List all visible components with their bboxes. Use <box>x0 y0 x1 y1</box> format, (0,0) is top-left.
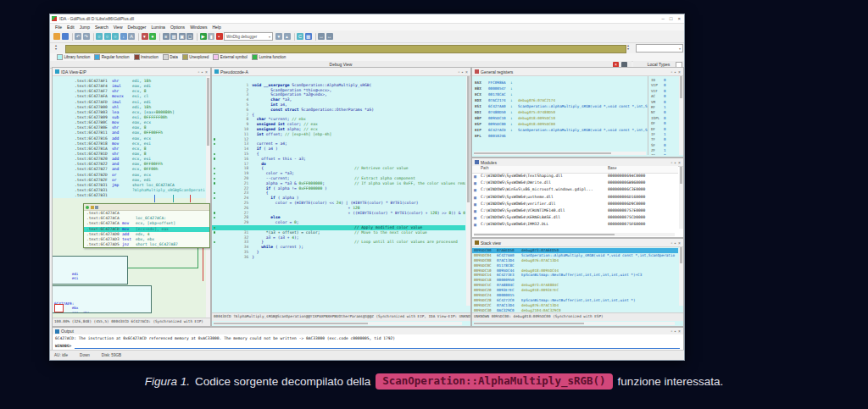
graph-node-current[interactable] <box>54 304 64 312</box>
breakpoint-dot[interactable] <box>214 217 216 219</box>
minimize-button[interactable]: – <box>662 15 665 23</box>
toolbar-icon[interactable] <box>197 33 198 41</box>
follow-arrow-icon[interactable] <box>510 133 518 139</box>
modules-horizontal-scrollbar[interactable] <box>474 233 675 236</box>
toolbar-icon[interactable]: ↶ <box>75 33 81 40</box>
toolbar-icon[interactable]: ▪ <box>216 33 223 40</box>
module-row[interactable]: ▦C:\WINDOWS\SysWOW64\DWrite.dll000000006… <box>472 180 678 186</box>
breakpoint-dot[interactable] <box>214 158 216 160</box>
pin-icon[interactable]: ▪ <box>675 240 676 246</box>
close-icon[interactable]: × <box>205 69 208 75</box>
flag-row[interactable]: AF0 <box>651 153 678 155</box>
toolbar-icon[interactable]: ≡ <box>163 33 170 40</box>
module-row[interactable]: ▦C:\WINDOWS\SysWOW64\TextShaping.dll0000… <box>472 173 678 180</box>
close-icon[interactable]: × <box>678 329 681 334</box>
breakpoint-dot[interactable] <box>214 168 216 170</box>
toolbar-icon[interactable]: ↔ <box>326 33 333 40</box>
pseudocode-listing[interactable]: 1void __userpurge ScanOperation::AlphaMu… <box>212 75 465 307</box>
toolbar-icon[interactable]: ▾ <box>142 33 148 40</box>
register-row[interactable]: EAXFFC0986A↓ <box>472 80 649 86</box>
pin-icon[interactable]: ▪ <box>675 160 676 165</box>
command-input[interactable] <box>75 343 680 349</box>
breakpoint-dot[interactable] <box>214 212 216 214</box>
follow-arrow-icon[interactable]: ↓ <box>510 91 518 97</box>
toolbar-icon[interactable] <box>294 33 295 41</box>
graph-node[interactable]: 6C427AE9: ebx esp, ebp ebp <box>52 285 152 313</box>
breakpoint-dot[interactable] <box>214 178 216 180</box>
toolbar-icon[interactable]: ↷ <box>83 33 90 40</box>
follow-arrow-icon[interactable]: ↓ <box>510 115 518 121</box>
pin-icon[interactable]: ▪ <box>202 69 203 75</box>
restore-icon[interactable]: ▫ <box>671 240 673 246</box>
follow-arrow-icon[interactable]: ↓ <box>510 127 518 133</box>
module-row[interactable]: ▦C:\WINDOWS\SysWOW64\verifier.dll0000000… <box>472 201 678 207</box>
toolbar-icon[interactable]: ○ <box>112 33 119 40</box>
toolbar-icon[interactable]: ▴ <box>284 33 291 40</box>
toolbar-icon[interactable] <box>159 33 160 41</box>
debugger-selector[interactable]: WinDbg debugger ▾ <box>224 32 273 41</box>
restore-icon[interactable]: ▫ <box>671 329 673 334</box>
breakpoint-dot[interactable] <box>214 241 216 244</box>
register-row[interactable]: EDI07480D50↓debug075:07480D50 <box>472 109 649 115</box>
breakpoint-dot[interactable] <box>214 231 216 234</box>
pin-icon[interactable]: ▪ <box>675 69 676 75</box>
registers-vertical-scrollbar[interactable] <box>679 76 683 155</box>
menu-item[interactable]: Windows <box>187 25 209 30</box>
toolbar-icon[interactable]: C <box>297 33 303 40</box>
menu-item[interactable]: Debugger <box>125 25 149 30</box>
register-row[interactable]: EBX00000547↓ <box>472 86 649 91</box>
stack-list[interactable]: 0095DC0007A6ED50debug073:07A6ED50 0095DC… <box>472 246 678 312</box>
menu-item[interactable]: Lumina <box>148 25 167 30</box>
registers-list[interactable]: EAXFFC0986A↓ EBX00000547↓ ECX00178CAC↓ E… <box>472 75 649 150</box>
breakpoint-dot[interactable] <box>214 173 216 175</box>
pseudocode-line[interactable]: 36} <box>212 250 465 255</box>
toolbar-icon[interactable] <box>93 33 94 41</box>
breakpoint-dot[interactable] <box>214 182 216 185</box>
modules-list[interactable]: ▦C:\WINDOWS\SysWOW64\TextShaping.dll0000… <box>472 173 678 230</box>
disasm-line[interactable]: .text:6C427B31 <box>53 193 205 198</box>
module-row[interactable]: ▦C:\WINDOWS\SysWOW64\IMM32.DLL0000000075… <box>472 221 678 228</box>
restore-icon[interactable]: ▫ <box>671 69 673 75</box>
follow-arrow-icon[interactable]: ↓ <box>510 80 518 86</box>
toolbar-icon[interactable]: ● <box>149 33 156 40</box>
registers-horizontal-scrollbar[interactable] <box>474 152 646 155</box>
follow-arrow-icon[interactable]: ↓ <box>510 86 518 91</box>
follow-arrow-icon[interactable]: ↓ <box>510 103 518 109</box>
register-row[interactable]: EIP6C427ACD↓ScanOperation::AlphaMultiply… <box>472 127 649 133</box>
module-row[interactable]: ▦C:\WINDOWS\WinSxS\x86_microsoft.windows… <box>472 186 678 193</box>
restore-icon[interactable]: ▫ <box>459 69 460 75</box>
column-base[interactable]: Base <box>608 166 616 173</box>
modules-vertical-scrollbar[interactable] <box>679 167 683 229</box>
breakpoint-dot[interactable] <box>214 227 216 229</box>
register-row[interactable]: EFL00010246 <box>472 133 649 139</box>
toolbar-icon[interactable] <box>315 33 316 41</box>
register-row[interactable]: ESP0095DC00↓debug018:0095DC00 <box>472 121 649 127</box>
follow-arrow-icon[interactable]: ↓ <box>510 109 518 115</box>
toolbar-icon[interactable] <box>138 33 139 41</box>
close-icon[interactable]: × <box>465 69 468 75</box>
register-row[interactable]: ESI6C427AA0↓ScanOperation::AlphaMultiply… <box>472 103 649 109</box>
pseudocode-horizontal-scrollbar[interactable] <box>214 322 462 325</box>
toolbar-icon[interactable]: ▮ <box>208 33 214 40</box>
register-row[interactable]: EDX07AC2174↓debug076:07AC2174 <box>472 97 649 103</box>
close-icon[interactable]: × <box>678 160 681 165</box>
navigator-arrows[interactable]: ▴▾ <box>55 44 57 51</box>
toolbar-icon[interactable]: ▦ <box>305 33 312 40</box>
follow-arrow-icon[interactable]: ↓ <box>510 97 518 103</box>
navigator-scroll-arrows[interactable]: ▴▾ <box>627 44 629 51</box>
toolbar-icon[interactable] <box>53 33 60 40</box>
module-row[interactable]: ▦C:\WINDOWS\SysWOW64\uxtheme.dll00000000… <box>472 194 678 201</box>
toolbar-icon[interactable]: ▾ <box>275 33 282 40</box>
toolbar-icon[interactable]: ▢ <box>186 33 193 40</box>
popup-disasm-line[interactable]: .text:6C427AD5jnzshort loc_6C427A87 <box>84 242 209 247</box>
navigator-band[interactable] <box>65 45 626 53</box>
module-row[interactable]: ▦C:\WINDOWS\SysWOW64\KERNELBASE.dll00000… <box>472 214 678 221</box>
breakpoint-dot[interactable] <box>214 143 216 146</box>
toolbar-icon[interactable]: ▶ <box>200 33 207 40</box>
menu-item[interactable]: Edit <box>64 25 77 30</box>
maximize-button[interactable]: □ <box>670 15 673 23</box>
restore-icon[interactable]: ▫ <box>198 69 200 75</box>
graph-node[interactable]: edi esi <box>52 256 128 285</box>
breakpoint-dot[interactable] <box>214 153 216 156</box>
pseudocode-vertical-scrollbar[interactable] <box>466 76 470 306</box>
